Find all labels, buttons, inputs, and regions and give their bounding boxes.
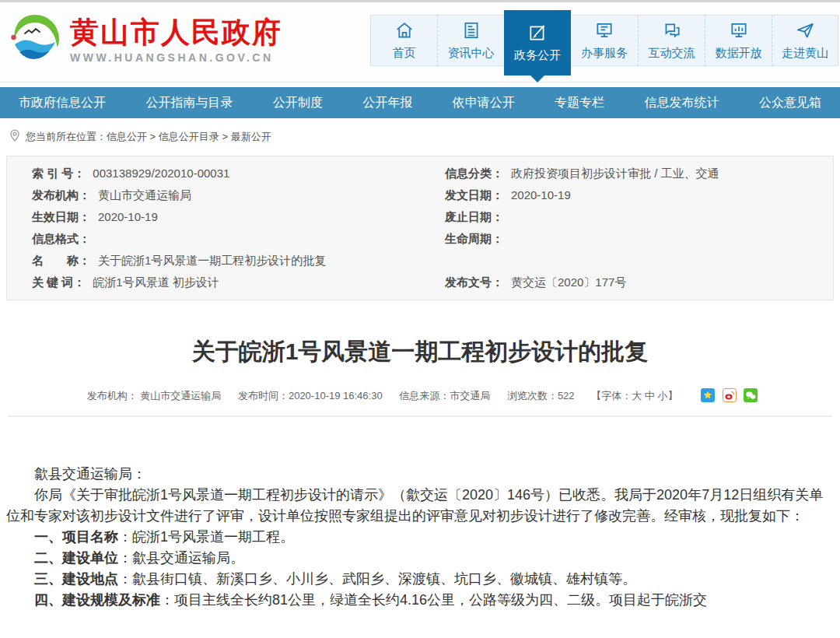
primary-nav: 首页 资讯中心 政务公开 办事服务: [370, 15, 838, 75]
tab-open-data[interactable]: 数据开放: [705, 15, 772, 66]
body-paragraph: 你局《关于审批皖浙1号风景道一期工程初步设计的请示》（歙交运〔2020〕146号…: [6, 485, 834, 527]
weibo-share-icon[interactable]: [723, 388, 737, 405]
tab-label: 办事服务: [581, 46, 628, 61]
meta-label: 信息分类：: [445, 167, 503, 180]
meta-row: 索 引 号：003138929/202010-00031 信息分类：政府投资项目…: [7, 163, 833, 184]
info-source: 信息来源：市交通局: [399, 390, 490, 401]
meta-label: 索 引 号：: [32, 167, 85, 180]
item-text: ：歙县街口镇、新溪口乡、小川乡、武阳乡、深渡镇、坑口乡、徽城镇、雄村镇等。: [118, 571, 636, 587]
item-label: 三、建设地点: [34, 571, 118, 587]
tab-news-center[interactable]: 资讯中心: [437, 15, 504, 66]
subnav-item-gov-info-disclosure[interactable]: 市政府信息公开: [19, 95, 106, 111]
subnav-item-disclosure-system[interactable]: 公开制度: [273, 95, 323, 111]
meta-row: 发布机构：黄山市交通运输局 发文日期：2020-10-19: [7, 184, 833, 206]
meta-label: 生效日期：: [32, 210, 90, 223]
site-brand[interactable]: 黄山市人民政府 WWW.HUANGSHAN.GOV.CN: [9, 13, 282, 68]
article-meta-line: 发布机构： 黄山市交通运输局 发布时间：2020-10-19 16:46:30 …: [0, 388, 840, 405]
meta-value: 2020-10-19: [98, 210, 158, 223]
service-icon: [594, 20, 614, 40]
item-text: ：皖浙1号风景道一期工程。: [118, 529, 294, 545]
edit-icon: [527, 23, 548, 43]
meta-label: 关 键 词：: [32, 275, 85, 289]
tab-label: 走进黄山: [782, 46, 828, 61]
body-item: 一、项目名称：皖浙1号风景道一期工程。: [6, 527, 834, 548]
body-item: 四、建设规模及标准：项目主线全长约81公里，绿道全长约4.16公里，公路等级为四…: [6, 590, 834, 611]
article-title: 关于皖浙1号风景道一期工程初步设计的批复: [0, 336, 840, 368]
data-icon: [729, 20, 749, 40]
tab-label: 政务公开: [514, 48, 561, 63]
publish-time: 发布时间：2020-10-19 16:46:30: [238, 390, 383, 401]
meta-row: 关 键 词：皖浙1号风景道 初步设计 发布文号：黄交运〔2020〕177号: [7, 272, 833, 293]
home-icon: [394, 20, 415, 40]
tab-services[interactable]: 办事服务: [571, 15, 638, 66]
subnav-item-public-mailbox[interactable]: 公众意见箱: [759, 95, 821, 111]
tab-label: 数据开放: [716, 46, 762, 61]
body-item: 三、建设地点：歙县街口镇、新溪口乡、小川乡、武阳乡、深渡镇、坑口乡、徽城镇、雄村…: [6, 569, 834, 590]
subnav-item-special-columns[interactable]: 专题专栏: [555, 95, 604, 111]
meta-value: 003138929/202010-00031: [93, 167, 229, 180]
site-url: WWW.HUANGSHAN.GOV.CN: [70, 51, 282, 64]
tab-about-huangshan[interactable]: 走进黄山: [772, 15, 838, 66]
tab-gov-disclosure[interactable]: 政务公开: [504, 10, 571, 75]
document-body: 歙县交通运输局： 你局《关于审批皖浙1号风景道一期工程初步设计的请示》（歙交运〔…: [0, 464, 840, 611]
document-meta-panel: 索 引 号：003138929/202010-00031 信息分类：政府投资项目…: [6, 156, 834, 300]
site-title: 黄山市人民政府: [70, 18, 282, 47]
meta-value: 关于皖浙1号风景道一期工程初步设计的批复: [98, 254, 326, 267]
salutation: 歙县交通运输局：: [6, 464, 834, 485]
item-label: 一、项目名称: [34, 529, 118, 545]
item-text: ：项目主线全长约81公里，绿道全长约4.16公里，公路等级为四、二级。项目起于皖…: [160, 592, 707, 608]
site-header: 黄山市人民政府 WWW.HUANGSHAN.GOV.CN 首页 资讯中心: [0, 2, 840, 82]
location-pin-icon: [9, 129, 20, 145]
chat-icon: [662, 20, 682, 40]
meta-value: 黄交运〔2020〕177号: [511, 275, 626, 289]
meta-label: 发文日期：: [445, 188, 503, 202]
meta-label: 发布文号：: [445, 275, 503, 289]
paper-plane-icon: [795, 20, 815, 40]
subnav-item-guide-and-catalog[interactable]: 公开指南与目录: [145, 95, 233, 111]
meta-row: 生效日期：2020-10-19 废止日期：: [7, 206, 833, 228]
meta-row: 名 称：关于皖浙1号风景道一期工程初步设计的批复: [7, 250, 833, 272]
tab-label: 资讯中心: [448, 46, 495, 61]
body-item: 二、建设单位：歙县交通运输局。: [6, 548, 834, 569]
breadcrumb: 您当前所在位置：信息公开 > 信息公开目录 > 最新公开: [0, 118, 840, 156]
font-size-switch[interactable]: 【字体：大 中 小】: [591, 390, 677, 401]
meta-value: 政府投资项目初步设计审批 / 工业、交通: [511, 167, 719, 180]
tab-label: 互动交流: [649, 46, 695, 61]
meta-value: 2020-10-19: [511, 188, 571, 202]
subnav-item-annual-report[interactable]: 公开年报: [362, 95, 412, 111]
meta-value: 黄山市交通运输局: [98, 188, 191, 202]
item-label: 四、建设规模及标准: [34, 592, 160, 608]
view-count: 浏览次数：522: [507, 390, 575, 401]
huangshan-gov-logo-icon: [9, 13, 61, 68]
meta-value: 皖浙1号风景道 初步设计: [93, 275, 219, 289]
qzone-share-icon[interactable]: [701, 388, 715, 405]
tab-label: 首页: [393, 46, 416, 61]
news-icon: [461, 20, 481, 40]
tab-home[interactable]: 首页: [370, 15, 437, 66]
item-label: 二、建设单位: [34, 550, 118, 566]
secondary-nav: 市政府信息公开 公开指南与目录 公开制度 公开年报 依申请公开 专题专栏 信息发…: [0, 87, 840, 118]
meta-label: 发布机构：: [32, 188, 90, 202]
subnav-item-disclosure-on-request[interactable]: 依申请公开: [453, 95, 515, 111]
meta-row: 信息格式： 生命周期：: [7, 228, 833, 250]
meta-label: 生命周期：: [445, 232, 503, 245]
tab-interaction[interactable]: 互动交流: [638, 15, 705, 66]
meta-label: 废止日期：: [445, 210, 503, 223]
publish-agency: 发布机构： 黄山市交通运输局: [87, 390, 222, 401]
meta-label: 信息格式：: [32, 232, 90, 245]
breadcrumb-text: 您当前所在位置：信息公开 > 信息公开目录 > 最新公开: [26, 130, 271, 144]
wechat-share-icon[interactable]: [744, 388, 758, 405]
subnav-item-publish-stats[interactable]: 信息发布统计: [645, 95, 719, 111]
share-bar: [698, 388, 760, 405]
meta-label: 名 称：: [32, 254, 90, 267]
item-text: ：歙县交通运输局。: [118, 550, 244, 566]
section-divider: [8, 415, 832, 417]
